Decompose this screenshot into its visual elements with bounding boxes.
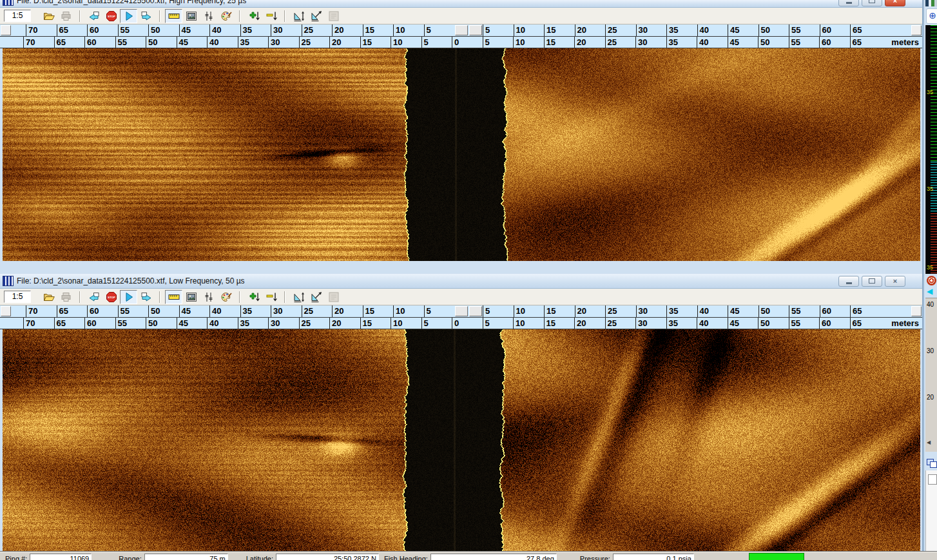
color-palette-icon [220,291,233,304]
annotate-icon-disabled [327,291,340,304]
stop-label: STOP [108,296,115,299]
prev-ping-button[interactable] [85,9,102,23]
target-icon [927,276,936,285]
toolbar-separator [79,291,81,303]
minimize-icon [846,282,852,284]
sonar-waterfall-high[interactable] [3,48,920,261]
scrollbar-thumb[interactable] [454,305,483,317]
range-tick-label: 20 [574,37,605,48]
stop-button[interactable]: STOP [102,9,120,23]
titlebar-high-frequency[interactable]: File: D:\cld_2\sonar_data151224125500.xt… [0,0,922,8]
measure-height-button[interactable] [290,9,307,23]
window-title: File: D:\cld_2\sonar_data151224125500.xt… [17,0,838,5]
scrollbar-scale-label: 20 [332,24,363,36]
range-ruler-icon [168,291,180,304]
scrollbar-scale-label: 15 [544,305,575,317]
scrollbar-scale-label: 45 [179,305,210,317]
measure-height-button[interactable] [290,290,307,304]
scale-ratio-input[interactable]: 1:5 [4,10,31,22]
range-tick-label: 60 [819,37,850,48]
sonar-image-high-frequency[interactable] [3,48,920,261]
image-settings-icon [185,10,198,23]
next-ping-button[interactable] [137,290,155,304]
remove-line-button[interactable] [262,9,280,23]
prev-ping-icon [88,291,101,304]
range-ruler-button[interactable] [165,290,182,304]
stop-icon: STOP [105,10,118,23]
range-tick-label: 45 [728,318,758,329]
minimize-button[interactable] [838,276,859,287]
zoom-in-button-fragment[interactable]: ⊕ [926,8,937,24]
range-tick-label: 55 [789,37,820,48]
status-value: 27.8 deg [430,554,557,560]
add-line-button[interactable] [245,9,262,23]
image-settings-button[interactable] [182,9,200,23]
open-file-button[interactable] [40,290,57,304]
range-scrollbar[interactable]: 706560555045403530252015105 510152025303… [0,305,922,318]
sonar-waterfall-low[interactable] [3,329,920,552]
color-palette-button[interactable] [217,290,235,304]
range-tick-label: 55 [115,318,146,329]
range-tick-label: 25 [299,37,330,48]
cyan-arrow-icon[interactable]: ◀ [927,287,932,295]
scrollbar-button-right[interactable] [911,25,922,35]
range-tick-label: 60 [84,318,115,329]
scrollbar-thumb[interactable] [454,24,483,36]
range-tick-label: 35 [666,37,697,48]
scrollbar-scale-label: 45 [728,305,758,317]
scrollbar-scale-label: 70 [26,305,57,317]
range-tick-label: 15 [360,37,391,48]
status-label: Range: [119,555,141,560]
add-line-button[interactable] [245,290,262,304]
scrollbar-scale-label: 35 [240,305,271,317]
prev-ping-button[interactable] [85,290,102,304]
minimize-button[interactable] [838,0,859,6]
scrollbar-scale-label: 5 [424,24,455,36]
range-tick-label: 10 [391,318,421,329]
scrollbar-scale-label: 40 [209,24,240,36]
scrollbar-button-left[interactable] [1,25,11,35]
remove-line-button[interactable] [262,290,280,304]
print-button-disabled [57,9,75,23]
signal-sliders-button[interactable] [200,290,217,304]
scale-ratio-input[interactable]: 1:5 [4,291,31,303]
measure-distance-icon [310,291,323,304]
next-ping-button[interactable] [137,9,155,23]
range-tick-label: 25 [605,37,636,48]
scrollbar-scale-label: 60 [820,24,851,36]
maximize-button[interactable] [862,0,882,6]
scrollbar-button-right[interactable] [911,306,922,316]
range-tick-label: 55 [789,318,820,329]
close-button[interactable]: × [885,0,905,6]
measure-distance-button[interactable] [307,290,325,304]
range-tick-label: 10 [513,318,544,329]
range-tick-label: 65 [850,318,881,329]
range-tick-label: 30 [635,318,666,329]
play-button[interactable] [120,290,137,304]
range-ruler-button[interactable] [165,9,182,23]
ruler-lead-gap [12,24,26,36]
range-tick-label: 25 [299,318,330,329]
signal-sliders-button[interactable] [200,9,217,23]
range-scrollbar[interactable]: 706560555045403530252015105 510152025303… [0,24,922,37]
range-tick-label: 65 [54,318,85,329]
maximize-button[interactable] [862,276,882,287]
image-settings-button[interactable] [182,290,200,304]
open-file-button[interactable] [40,9,57,23]
scrollbar-button-left[interactable] [1,306,11,316]
measure-distance-button[interactable] [307,9,325,23]
scrollbar-scale-label: 60 [87,24,118,36]
scrollbar-scale-label: 35 [666,305,697,317]
play-button[interactable] [120,9,137,23]
close-button[interactable]: × [885,276,905,287]
scrollbar-scale-label: 25 [605,305,636,317]
titlebar-low-frequency[interactable]: File: D:\cld_2\sonar_data151224125500.xt… [0,274,922,289]
scroll-left-arrow[interactable]: ◀ [927,439,931,447]
toolbar-separator [159,10,160,22]
sonar-image-low-frequency[interactable] [3,329,920,552]
stop-button[interactable]: STOP [102,290,120,304]
status-value: 25:50.2872 N [276,554,379,560]
scrollbar-track-fill[interactable] [881,24,911,36]
scrollbar-track-fill[interactable] [881,305,911,317]
color-palette-button[interactable] [217,9,235,23]
